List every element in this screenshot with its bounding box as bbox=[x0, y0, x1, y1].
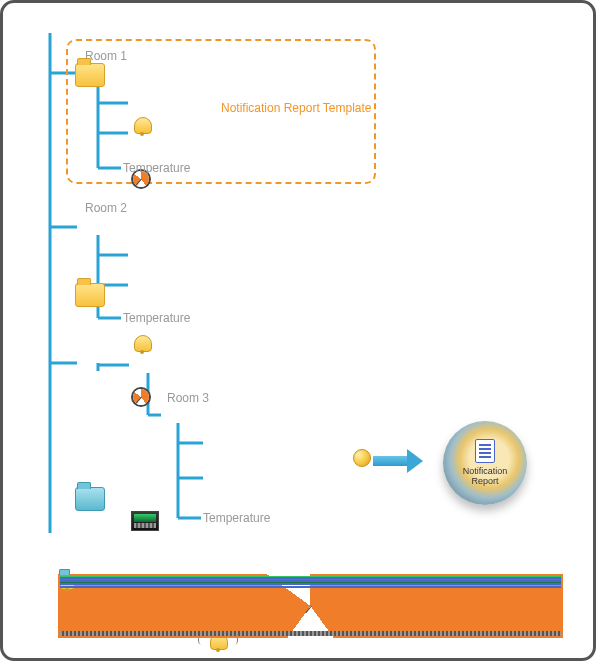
room1-label: Room 1 bbox=[85, 49, 127, 63]
servers-folder-icon bbox=[75, 487, 105, 511]
room3-label: Room 3 bbox=[167, 391, 209, 405]
room3-leaf: Temperature bbox=[203, 511, 270, 525]
diagram-frame: Notification Report Template Room 1 Temp… bbox=[0, 0, 596, 661]
template-caption: Notification Report Template bbox=[221, 101, 372, 115]
report-icon bbox=[475, 439, 495, 463]
room1-leaf: Temperature bbox=[123, 161, 190, 175]
alarm-icon bbox=[131, 115, 153, 137]
properties-icon bbox=[353, 449, 371, 467]
notification-report-result: Notification Report bbox=[443, 421, 527, 505]
folder-icon bbox=[75, 283, 105, 307]
trendlog-icon bbox=[131, 387, 151, 407]
field-server-icon bbox=[131, 511, 159, 531]
legend: Folder Alarm Trend log Alarm Servers fol… bbox=[58, 574, 563, 638]
result-line1: Notification bbox=[463, 466, 508, 476]
room2-label: Room 2 bbox=[85, 201, 127, 215]
result-line2: Report bbox=[471, 476, 498, 486]
room2-leaf: Temperature bbox=[123, 311, 190, 325]
arrow-icon bbox=[373, 451, 423, 471]
folder-icon bbox=[75, 63, 105, 87]
alarm-icon bbox=[131, 333, 153, 355]
